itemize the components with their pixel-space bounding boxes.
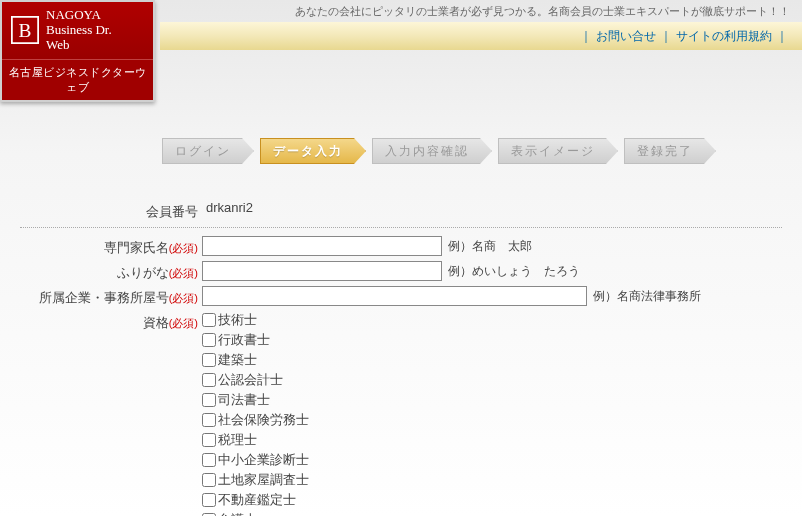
expert-name-input[interactable] [202, 236, 442, 256]
qualification-checkbox[interactable] [202, 453, 216, 467]
qualification-checkbox[interactable] [202, 313, 216, 327]
qualification-item[interactable]: 公認会計士 [202, 371, 309, 389]
example-expert-name: 例）名商 太郎 [448, 238, 532, 255]
logo-mark-icon: B [10, 15, 40, 45]
label-qualification: 資格(必須) [20, 311, 198, 332]
qualification-checkbox[interactable] [202, 433, 216, 447]
qualification-checkbox[interactable] [202, 353, 216, 367]
qualification-label: 社会保険労務士 [218, 411, 309, 429]
divider-icon: ｜ [660, 28, 672, 45]
qualification-checkbox[interactable] [202, 373, 216, 387]
qualification-checkbox[interactable] [202, 413, 216, 427]
furigana-input[interactable] [202, 261, 442, 281]
step-confirm: 入力内容確認 [372, 138, 492, 164]
label-member-no: 会員番号 [20, 200, 198, 221]
divider-icon: ｜ [776, 28, 788, 45]
qualification-item[interactable]: 行政書士 [202, 331, 309, 349]
top-bar: ｜ お問い合せ ｜ サイトの利用規約 ｜ [160, 22, 802, 50]
qualification-item[interactable]: 弁護士 [202, 511, 309, 516]
row-qualification: 資格(必須) 技術士行政書士建築士公認会計士司法書士社会保険労務士税理士中小企業… [20, 311, 782, 516]
qualification-item[interactable]: 不動産鑑定士 [202, 491, 309, 509]
qualification-label: 中小企業診断士 [218, 451, 309, 469]
logo-sub: 名古屋ビジネスドクターウェブ [2, 59, 153, 100]
example-office-name: 例）名商法律事務所 [593, 288, 701, 305]
svg-text:B: B [19, 20, 32, 41]
qualification-label: 税理士 [218, 431, 257, 449]
qualification-item[interactable]: 技術士 [202, 311, 309, 329]
tagline: あなたの会社にピッタリの士業者が必ず見つかる。名商会員の士業エキスパートが徹底サ… [295, 4, 790, 19]
qualification-item[interactable]: 税理士 [202, 431, 309, 449]
logo-line3: Web [46, 38, 112, 53]
step-complete: 登録完了 [624, 138, 716, 164]
office-name-input[interactable] [202, 286, 587, 306]
label-expert-name: 専門家氏名(必須) [20, 236, 198, 257]
site-logo[interactable]: B NAGOYA Business Dr. Web 名古屋ビジネスドクターウェブ [0, 0, 155, 102]
terms-link[interactable]: サイトの利用規約 [676, 28, 772, 45]
qualification-checkbox[interactable] [202, 333, 216, 347]
value-member-no: drkanri2 [202, 200, 253, 215]
qualification-item[interactable]: 建築士 [202, 351, 309, 369]
separator [20, 227, 782, 228]
row-member-no: 会員番号 drkanri2 [20, 200, 782, 221]
qualification-item[interactable]: 社会保険労務士 [202, 411, 309, 429]
step-preview: 表示イメージ [498, 138, 618, 164]
step-data-entry: データ入力 [260, 138, 366, 164]
qualification-label: 技術士 [218, 311, 257, 329]
logo-line1: NAGOYA [46, 8, 112, 23]
logo-top: B NAGOYA Business Dr. Web [2, 2, 153, 59]
qualification-label: 弁護士 [218, 511, 257, 516]
logo-text: NAGOYA Business Dr. Web [46, 8, 112, 53]
qualification-label: 行政書士 [218, 331, 270, 349]
qualification-label: 公認会計士 [218, 371, 283, 389]
divider-icon: ｜ [580, 28, 592, 45]
qualification-checkbox[interactable] [202, 473, 216, 487]
contact-link[interactable]: お問い合せ [596, 28, 656, 45]
step-indicator: ログイン データ入力 入力内容確認 表示イメージ 登録完了 [162, 138, 716, 164]
row-expert-name: 専門家氏名(必須) 例）名商 太郎 [20, 236, 782, 257]
qualification-checkbox[interactable] [202, 493, 216, 507]
qualification-item[interactable]: 中小企業診断士 [202, 451, 309, 469]
qualification-list: 技術士行政書士建築士公認会計士司法書士社会保険労務士税理士中小企業診断士土地家屋… [202, 311, 309, 516]
example-furigana: 例）めいしょう たろう [448, 263, 580, 280]
qualification-label: 不動産鑑定士 [218, 491, 296, 509]
label-furigana: ふりがな(必須) [20, 261, 198, 282]
form: 会員番号 drkanri2 専門家氏名(必須) 例）名商 太郎 ふりがな(必須)… [0, 200, 802, 516]
qualification-item[interactable]: 司法書士 [202, 391, 309, 409]
row-furigana: ふりがな(必須) 例）めいしょう たろう [20, 261, 782, 282]
qualification-label: 土地家屋調査士 [218, 471, 309, 489]
qualification-checkbox[interactable] [202, 393, 216, 407]
row-office-name: 所属企業・事務所屋号(必須) 例）名商法律事務所 [20, 286, 782, 307]
qualification-label: 建築士 [218, 351, 257, 369]
qualification-label: 司法書士 [218, 391, 270, 409]
label-office-name: 所属企業・事務所屋号(必須) [20, 286, 198, 307]
step-login: ログイン [162, 138, 254, 164]
qualification-item[interactable]: 土地家屋調査士 [202, 471, 309, 489]
logo-line2: Business Dr. [46, 23, 112, 38]
